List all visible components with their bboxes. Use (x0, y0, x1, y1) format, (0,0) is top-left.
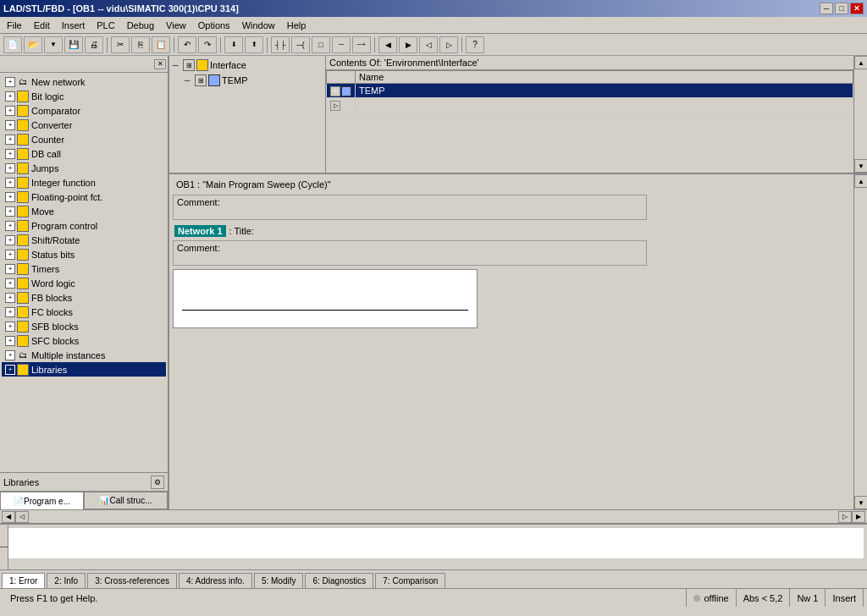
expand-status-bits[interactable]: + (5, 250, 15, 260)
tab-cross-references[interactable]: 3: Cross-references (87, 573, 177, 588)
scroll-right-btn[interactable]: ▶ (852, 511, 865, 523)
tree-item-comparator[interactable]: + Comparator (2, 103, 166, 118)
tree-item-fb-blocks[interactable]: + FB blocks (2, 290, 166, 305)
menu-plc[interactable]: PLC (91, 19, 119, 32)
toolbar-open[interactable]: 📂 (24, 36, 42, 53)
toolbar-undo[interactable]: ↶ (178, 36, 196, 53)
toolbar-print[interactable]: 🖨 (85, 36, 103, 53)
expand-db-call[interactable]: + (5, 149, 15, 159)
expand-converter[interactable]: + (5, 120, 15, 130)
toolbar-contact[interactable]: ┤├ (271, 36, 290, 53)
interface-tree[interactable]: ─ ⊞ Interface ─ ⊞ TEMP (169, 56, 326, 173)
tab-address-info[interactable]: 4: Address info. (179, 573, 252, 588)
expand-timers[interactable]: + (5, 264, 15, 274)
expand-fb-blocks[interactable]: + (5, 293, 15, 303)
tree-item-counter[interactable]: + Counter (2, 132, 166, 146)
tree-item-integer-function[interactable]: + Integer function (2, 175, 166, 190)
toolbar-wire[interactable]: ─ (332, 36, 351, 53)
toolbar-redo[interactable]: ↷ (198, 36, 217, 53)
interface-scroll-down[interactable]: ▼ (854, 159, 867, 173)
menu-insert[interactable]: Insert (57, 19, 91, 32)
tree-item-sfc-blocks[interactable]: + SFC blocks (2, 333, 166, 348)
toolbar-copy[interactable]: ⎘ (131, 36, 150, 53)
expand-multiple-instances[interactable]: + (5, 350, 15, 360)
menu-help[interactable]: Help (282, 19, 312, 32)
scroll-right-btn2[interactable]: ▷ (838, 511, 852, 523)
tab-program-elements[interactable]: 📄 Program e... (0, 492, 84, 509)
tree-container[interactable]: + 🗂 New network + Bit logic + Comparator… (0, 73, 168, 472)
tree-item-sfb-blocks[interactable]: + SFB blocks (2, 319, 166, 333)
tree-item-timers[interactable]: + Timers (2, 261, 166, 276)
tab-info[interactable]: 2: Info (47, 573, 86, 588)
menu-file[interactable]: File (2, 19, 27, 32)
tab-diagnostics[interactable]: 6: Diagnostics (305, 573, 373, 588)
tree-item-libraries[interactable]: + Libraries (2, 362, 166, 377)
menu-options[interactable]: Options (193, 19, 235, 32)
tree-item-multiple-instances[interactable]: + 🗂 Multiple instances (2, 348, 166, 362)
table-row-temp[interactable]: + TEMP (327, 84, 853, 98)
comment-box-network-1[interactable]: Comment: (173, 240, 647, 266)
library-settings-btn[interactable]: ⚙ (151, 476, 164, 489)
tab-comparison[interactable]: 7: Comparison (375, 573, 445, 588)
scroll-left-btn[interactable]: ◀ (2, 511, 15, 523)
toolbar-open2[interactable]: ▼ (44, 36, 63, 53)
tree-item-converter[interactable]: + Converter (2, 118, 166, 132)
maximize-button[interactable]: □ (835, 3, 848, 14)
tree-item-program-control[interactable]: + Program control (2, 218, 166, 233)
toolbar-cut[interactable]: ✂ (111, 36, 130, 53)
code-scroll-up[interactable]: ▲ (854, 174, 867, 188)
toolbar-arrow-left2[interactable]: ◁ (419, 36, 438, 53)
toolbar-download[interactable]: ⬇ (224, 36, 243, 53)
expand-bit-logic[interactable]: + (5, 91, 15, 102)
toolbar-arrow-right[interactable]: ▶ (399, 36, 417, 53)
tree-item-bit-logic[interactable]: + Bit logic (2, 89, 166, 103)
left-panel-close[interactable]: ✕ (154, 59, 166, 69)
menu-edit[interactable]: Edit (29, 19, 55, 32)
scroll-left-btn2[interactable]: ◁ (15, 511, 29, 523)
expand-program-control[interactable]: + (5, 221, 15, 231)
tree-item-db-call[interactable]: + DB call (2, 146, 166, 161)
code-scroll-down[interactable]: ▼ (854, 496, 867, 509)
expand-counter[interactable]: + (5, 135, 15, 145)
menu-view[interactable]: View (161, 19, 191, 32)
toolbar-download2[interactable]: ⬆ (245, 36, 263, 53)
interface-scrollbar[interactable]: ▲ ▼ (853, 56, 867, 173)
toolbar-box[interactable]: □ (312, 36, 330, 53)
toolbar-coil[interactable]: ─( (291, 36, 310, 53)
expand-move[interactable]: + (5, 206, 15, 217)
interface-tree-temp[interactable]: ─ ⊞ TEMP (171, 73, 323, 88)
tab-error[interactable]: 1: Error (2, 573, 45, 588)
tree-item-status-bits[interactable]: + Status bits (2, 247, 166, 261)
expand-word-logic[interactable]: + (5, 278, 15, 289)
network-1-body[interactable] (173, 269, 478, 328)
tree-item-floating-point[interactable]: + Floating-point fct. (2, 190, 166, 204)
menu-window[interactable]: Window (237, 19, 280, 32)
toolbar-arrow-right2[interactable]: ▷ (439, 36, 458, 53)
expand-libraries[interactable]: + (5, 365, 15, 375)
toolbar-arrow-left[interactable]: ◀ (378, 36, 397, 53)
tree-item-move[interactable]: + Move (2, 204, 166, 218)
expand-jumps[interactable]: + (5, 163, 15, 173)
toolbar-paste[interactable]: 📋 (152, 36, 170, 53)
expand-integer-function[interactable]: + (5, 178, 15, 188)
toolbar-new[interactable]: 📄 (3, 36, 22, 53)
expand-shift-rotate[interactable]: + (5, 235, 15, 245)
expand-floating-point[interactable]: + (5, 192, 15, 202)
tab-call-structure[interactable]: 📊 Call struc... (84, 492, 168, 509)
minimize-button[interactable]: ─ (820, 3, 833, 14)
expand-fc-blocks[interactable]: + (5, 307, 15, 317)
tab-modify[interactable]: 5: Modify (254, 573, 304, 588)
toolbar-wire2[interactable]: ─+ (352, 36, 371, 53)
toolbar-help[interactable]: ? (466, 36, 484, 53)
tree-item-new-network[interactable]: + 🗂 New network (2, 74, 166, 89)
code-panel[interactable]: OB1 : "Main Program Sweep (Cycle)" Comme… (169, 174, 853, 509)
bottom-scroll-area[interactable]: ◀ ◁ ▷ ▶ (0, 509, 867, 523)
menu-debug[interactable]: Debug (122, 19, 159, 32)
tree-item-fc-blocks[interactable]: + FC blocks (2, 305, 166, 319)
expand-new-network[interactable]: + (5, 77, 15, 87)
interface-scroll-up[interactable]: ▲ (854, 56, 867, 69)
toolbar-save[interactable]: 💾 (64, 36, 83, 53)
comment-box-1[interactable]: Comment: (173, 195, 647, 220)
tree-item-word-logic[interactable]: + Word logic (2, 276, 166, 290)
expand-sfc-blocks[interactable]: + (5, 336, 15, 346)
